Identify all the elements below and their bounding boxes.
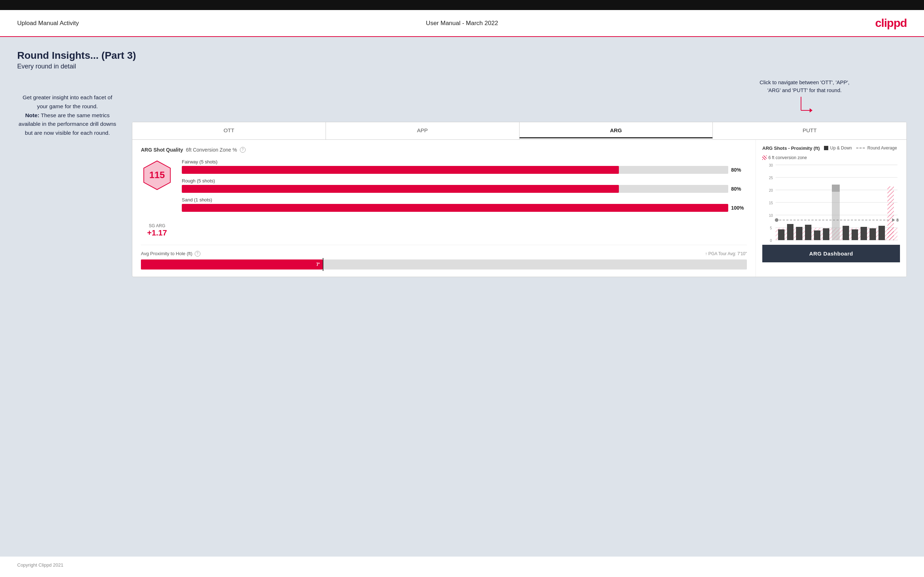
bar-track (182, 185, 728, 193)
svg-rect-29 (851, 229, 858, 240)
bar-track-outer (182, 204, 728, 212)
bar-fill (182, 166, 619, 174)
svg-rect-33 (887, 186, 894, 240)
bar-row-wrapper: 80% (182, 185, 747, 193)
main-content: Round Insights... (Part 3) Every round i… (0, 37, 924, 556)
bar-track-outer (182, 185, 728, 193)
bar-track-outer (182, 166, 728, 174)
bar-pct-label: 80% (731, 186, 747, 192)
svg-text:30: 30 (769, 163, 773, 168)
bar-track (182, 166, 728, 174)
bar-row-wrapper: 80% (182, 166, 747, 174)
legend-round-avg-label: Round Average (867, 145, 897, 150)
content-grid: Get greater insight into each facet of y… (17, 79, 907, 277)
hex-value: 115 (149, 169, 165, 181)
svg-rect-24 (814, 230, 821, 240)
header: Upload Manual Activity User Manual - Mar… (0, 10, 924, 37)
upload-label: Upload Manual Activity (17, 20, 79, 27)
footer: Copyright Clippd 2021 (0, 556, 924, 574)
card: OTT APP ARG PUTT ARG Shot Quality 6ft Co… (132, 122, 907, 277)
bar-row: Fairway (5 shots) 80% (182, 159, 747, 174)
legend-up-down: Up & Down (824, 145, 852, 150)
page-title: Round Insights... (Part 3) (17, 50, 907, 61)
svg-rect-32 (879, 226, 885, 240)
svg-point-35 (775, 218, 779, 222)
svg-rect-30 (861, 227, 867, 240)
sg-title: SG ARG (141, 223, 173, 228)
svg-rect-31 (869, 228, 876, 240)
proximity-label: Avg Proximity to Hole (ft) ? (141, 251, 200, 256)
rp-header: ARG Shots - Proximity (ft) Up & Down Rou… (762, 145, 900, 160)
hex-score: 115 (141, 159, 173, 191)
annotation-text: Click to navigate between 'OTT', 'APP','… (760, 79, 850, 118)
sg-section: SG ARG +1.17 (141, 223, 747, 238)
tab-arg[interactable]: ARG (520, 122, 713, 139)
legend-dashed-icon (856, 148, 865, 148)
svg-text:0: 0 (770, 239, 772, 242)
chart-area: 0 5 10 15 20 25 30 (762, 163, 900, 242)
svg-text:20: 20 (769, 189, 773, 192)
panel-header: ARG Shot Quality 6ft Conversion Zone % ? (141, 147, 747, 153)
header-center-label: User Manual - March 2022 (426, 20, 498, 27)
annotation-area: Click to navigate between 'OTT', 'APP','… (132, 79, 907, 119)
legend-square-icon (824, 146, 828, 150)
legend-round-avg: Round Average (856, 145, 897, 150)
svg-text:10: 10 (769, 214, 773, 218)
svg-rect-21 (787, 224, 793, 240)
shot-quality-title: ARG Shot Quality (141, 147, 183, 153)
rp-chart-title: ARG Shots - Proximity (ft) (762, 145, 820, 151)
svg-text:25: 25 (769, 176, 773, 180)
bars-section: Fairway (5 shots) 80% Rough (5 shots) 80… (182, 159, 747, 216)
conversion-title: 6ft Conversion Zone % (186, 147, 237, 153)
tabs: OTT APP ARG PUTT (132, 122, 906, 140)
svg-rect-26 (832, 185, 840, 240)
svg-text:5: 5 (770, 226, 772, 230)
bar-fill (182, 204, 728, 212)
proximity-header: Avg Proximity to Hole (ft) ? ↑ PGA Tour … (141, 251, 747, 256)
page-subtitle: Every round in detail (17, 63, 907, 70)
svg-text:8: 8 (897, 218, 898, 222)
card-body: ARG Shot Quality 6ft Conversion Zone % ? (132, 140, 906, 277)
proximity-value: 7' (316, 262, 320, 267)
pga-avg: ↑ PGA Tour Avg: 7'10" (705, 251, 747, 256)
tab-ott[interactable]: OTT (132, 122, 326, 139)
bar-fill (182, 185, 619, 193)
top-bar (0, 0, 924, 10)
right-panel: ARG Shots - Proximity (ft) Up & Down Rou… (756, 140, 906, 277)
legend-up-down-label: Up & Down (830, 145, 852, 150)
legend-hatched-icon (762, 156, 767, 160)
svg-rect-28 (843, 226, 849, 240)
legend-conversion: 6 ft conversion zone (762, 155, 807, 160)
sg-label-block: SG ARG +1.17 (141, 223, 173, 238)
help-icon[interactable]: ? (240, 147, 246, 153)
bar-pct-label: 100% (731, 205, 747, 211)
proximity-help-icon[interactable]: ? (195, 251, 200, 256)
svg-marker-2 (809, 108, 813, 113)
svg-rect-23 (805, 225, 811, 240)
arg-dashboard-btn[interactable]: ARG Dashboard (762, 245, 900, 262)
bar-pct-label: 80% (731, 167, 747, 173)
svg-rect-20 (778, 229, 785, 240)
proximity-bar-track: 7' (141, 259, 747, 269)
bar-row: Rough (5 shots) 80% (182, 178, 747, 193)
proximity-bar-area: 7' (141, 259, 747, 269)
left-column: Get greater insight into each facet of y… (17, 79, 132, 138)
copyright: Copyright Clippd 2021 (17, 562, 63, 568)
proximity-bar-fill: 7' (141, 259, 323, 269)
svg-rect-25 (823, 228, 829, 240)
chart-svg: 0 5 10 15 20 25 30 (762, 163, 900, 242)
bar-label: Sand (1 shots) (182, 197, 747, 203)
svg-rect-22 (796, 227, 803, 240)
hex-container: 115 Fairway (5 shots) 80% Ro (141, 159, 747, 216)
proximity-title: Avg Proximity to Hole (ft) (141, 251, 192, 256)
tab-putt[interactable]: PUTT (713, 122, 906, 139)
bar-row-wrapper: 100% (182, 204, 747, 212)
bars-container: Fairway (5 shots) 80% Rough (5 shots) 80… (182, 159, 747, 212)
bar-row: Sand (1 shots) 100% (182, 197, 747, 212)
tab-app[interactable]: APP (326, 122, 520, 139)
right-column: Click to navigate between 'OTT', 'APP','… (132, 79, 907, 277)
note-label: Note: (25, 112, 39, 118)
sg-value: +1.17 (141, 228, 173, 238)
logo: clippd (875, 16, 907, 30)
proximity-cursor (323, 258, 323, 271)
